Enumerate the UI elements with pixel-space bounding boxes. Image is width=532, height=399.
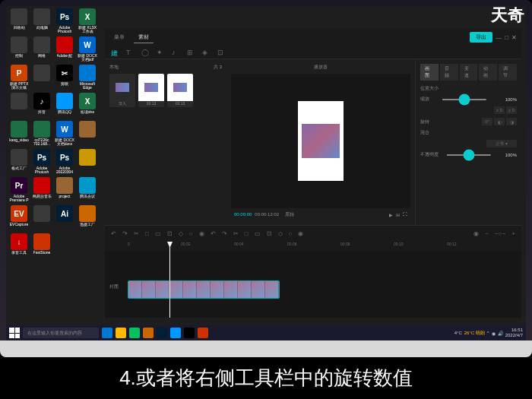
desktop-icon[interactable]: kang_video (8, 121, 30, 147)
desktop-icon[interactable]: W新建 DOCX 文档docx (54, 121, 75, 147)
top-tool-0[interactable]: 媲 (111, 49, 119, 56)
taskbar-app-1[interactable] (102, 328, 112, 338)
desktop-icon[interactable]: PsAdobe Photosh (54, 8, 75, 35)
desktop-icon[interactable]: Adobe 配 (54, 36, 75, 63)
timeline[interactable]: 000:0200:0400:0600:0800:1000:12 封面 20220… (105, 242, 521, 318)
desktop-icon[interactable]: ↓录音工具 (8, 233, 30, 260)
desktop-icon[interactable]: 迅捷工厂 (77, 205, 98, 232)
prop-tab[interactable]: 画面 (420, 64, 439, 81)
taskbar-app-6[interactable] (170, 328, 181, 338)
desktop-icon[interactable]: Microsoft Edge (77, 65, 98, 91)
top-tool-2[interactable]: ◯ (141, 49, 149, 56)
tray-chevron-icon[interactable]: ^ (487, 331, 489, 335)
desktop-icon[interactable]: P新建 PPTX 演示文稿 (8, 65, 30, 91)
desktop-icon[interactable]: project (54, 177, 75, 204)
media-clip[interactable]: 00:13 (167, 74, 193, 107)
top-tool-5[interactable]: ⊞ (187, 49, 195, 56)
desktop-icon[interactable]: PrAdobe Premiere P (8, 177, 30, 204)
start-button[interactable] (9, 328, 20, 338)
top-tool-3[interactable]: ✦ (157, 49, 164, 56)
scale-button[interactable]: ⊞ (396, 212, 400, 217)
minimize-button[interactable]: — (496, 34, 502, 41)
taskbar-app-2[interactable] (116, 328, 126, 338)
video-track[interactable]: 20220407360f.mp4 00:00:12:02 (128, 280, 280, 299)
desktop-icon[interactable]: 腾讯会议 (77, 177, 98, 204)
weather-1[interactable]: 4°C (454, 331, 462, 335)
desktop-icon[interactable] (31, 205, 52, 232)
top-tool-6[interactable]: ◈ (202, 49, 210, 56)
desktop-icon[interactable]: 格式工厂 (8, 149, 30, 176)
desktop-icon[interactable] (77, 121, 98, 147)
desktop-icon[interactable]: 回收站 (8, 8, 30, 35)
volume-icon[interactable]: 🔊 (498, 331, 503, 336)
desktop-icon[interactable] (31, 65, 52, 91)
slider[interactable] (442, 99, 487, 100)
prop-tab[interactable]: 变速 (460, 64, 478, 81)
timeline-tool-4[interactable]: ▭ (255, 230, 261, 237)
taskbar-wechat[interactable] (129, 328, 140, 338)
wifi-icon[interactable]: ◉ (492, 331, 496, 336)
timeline-tool-2[interactable]: ✂ (233, 230, 239, 237)
desktop-icon[interactable]: 网易云音乐 (31, 177, 52, 204)
desktop-icon[interactable]: 腾讯QQ (54, 93, 75, 119)
top-tool-7[interactable]: ⊡ (217, 49, 225, 56)
prop-tab[interactable]: 动画 (479, 64, 497, 81)
desktop-icon[interactable]: Ai (54, 205, 75, 232)
timeline-tool-6[interactable]: ◇ (278, 230, 283, 237)
zoom-slider[interactable]: −○− (495, 230, 505, 237)
system-tray[interactable]: 4°C 26°C 晴朗 ^ ◉ 🔊 16:51 2022/4/7 (454, 328, 523, 338)
timeline-ruler[interactable]: 000:0200:0400:0600:0800:1000:12 (105, 242, 521, 251)
playhead[interactable] (169, 242, 170, 318)
zoom-out-icon[interactable]: − (485, 230, 489, 237)
top-tool-1[interactable]: T (126, 49, 134, 56)
maximize-button[interactable]: □ (505, 34, 508, 41)
taskbar-app-4[interactable] (143, 328, 154, 338)
desktop-icon[interactable]: FastStone (31, 233, 52, 260)
taskbar-jianying[interactable] (184, 328, 195, 338)
weather-2[interactable]: 26°C 晴朗 (464, 330, 485, 337)
zoom-in-icon[interactable]: + (511, 230, 515, 237)
desktop-icon[interactable]: ♪抖音 (31, 93, 52, 119)
taskbar-app-8[interactable] (198, 328, 208, 338)
fullscreen-button[interactable]: ⛶ (403, 212, 407, 217)
desktop-icon[interactable]: X新建 XLSX 工作表 (77, 8, 98, 35)
desktop-icon[interactable] (8, 93, 30, 119)
desktop-icon[interactable] (77, 149, 98, 176)
mic-icon[interactable]: ◉ (473, 230, 479, 237)
preview-viewport[interactable] (231, 74, 410, 208)
desktop-icon[interactable]: 网络 (31, 36, 52, 63)
desktop-icon[interactable]: PsAdobe 20220304 (54, 149, 75, 176)
timeline-clip[interactable]: 20220407360f.mp4 00:00:12:02 (128, 280, 280, 299)
media-clip[interactable]: 00:13 (138, 74, 164, 107)
timeline-tool-8[interactable]: ◉ (298, 230, 303, 237)
ratio-label[interactable]: 原始 (285, 211, 294, 218)
desktop-icon[interactable]: PsAdobe Photosh (31, 149, 52, 176)
prop-tab[interactable]: 音频 (440, 64, 458, 81)
desktop-icon[interactable]: X纷读xlsx (77, 93, 98, 119)
prop-tab[interactable]: 调节 (499, 64, 517, 81)
timeline-tool-0[interactable]: ↶ (211, 230, 216, 237)
desktop-icon[interactable]: 此电脑 (31, 8, 52, 35)
desktop-icon[interactable]: EVEVCapture (8, 205, 30, 232)
timeline-tool-3[interactable]: □ (245, 230, 249, 237)
slider[interactable] (446, 154, 492, 156)
menu-tab[interactable]: 菜单 (109, 32, 129, 43)
timeline-tool-1[interactable]: ↷ (222, 230, 227, 237)
desktop-icon[interactable]: ✂剪映 (54, 65, 75, 91)
top-tool-4[interactable]: ♪ (172, 49, 179, 56)
play-button[interactable]: ▶ (389, 212, 393, 217)
clock[interactable]: 16:51 2022/4/7 (505, 328, 523, 338)
media-clip[interactable]: +导入 (109, 74, 135, 107)
desktop-icon[interactable]: cd7226c 702.168... (31, 121, 52, 147)
export-button[interactable]: 导出 (470, 32, 492, 43)
close-button[interactable]: ✕ (511, 34, 517, 41)
taskbar-app-5[interactable] (157, 328, 167, 338)
timeline-tool-5[interactable]: ⊡ (267, 230, 272, 237)
media-tab-local[interactable]: 本地 (109, 64, 119, 71)
watermark: 天奇 (491, 4, 524, 27)
search-box[interactable]: 在这里输入你要搜索的内容 (23, 328, 99, 338)
timeline-tool-7[interactable]: ○ (289, 230, 293, 237)
desktop-icon[interactable]: 控制 (8, 36, 30, 63)
project-tab[interactable]: 素材 (134, 32, 154, 43)
desktop-icon[interactable]: W新建 DOCX 文档pdf (77, 36, 98, 63)
